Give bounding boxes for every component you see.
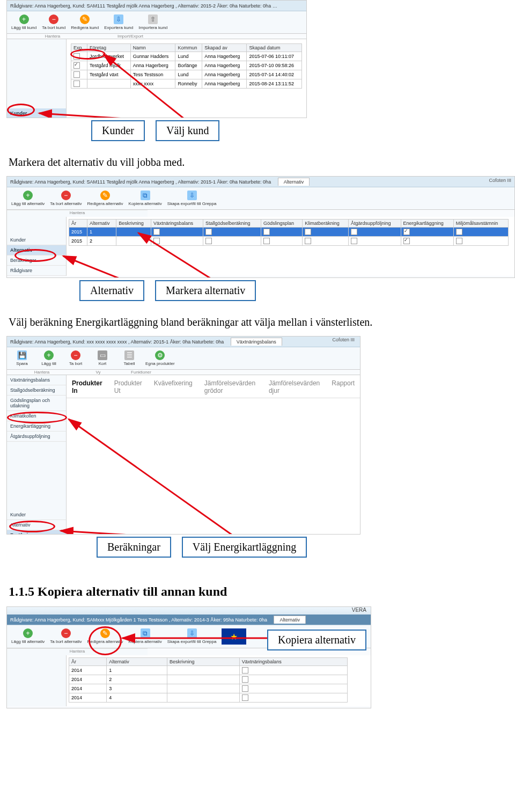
export-icon: ⇩ (187, 191, 197, 200)
plus-icon: + (23, 191, 33, 200)
table-row[interactable]: Testgård mjölkAnna HagerbergBorlängeAnna… (71, 61, 302, 70)
pencil-icon: ✎ (80, 14, 90, 24)
card-view-button[interactable]: ▭Kort (92, 350, 113, 366)
add-customer-button[interactable]: +Lägg till kund (11, 14, 36, 30)
col-beskrivning: Beskrivning (116, 220, 151, 228)
sidebar-item-kunder[interactable]: Kunder (7, 235, 66, 245)
sidebar-item-kunder[interactable]: Kunder (7, 510, 66, 520)
import-customer-button[interactable]: ⇧Importera kund (139, 14, 168, 30)
delete-alternative-button[interactable]: −Ta bort alternativ (50, 191, 82, 206)
delete-customer-button[interactable]: −Ta bort kund (42, 14, 65, 30)
alternatives-table[interactable]: År Alternativ Beskrivning Växtnäringsbal… (69, 657, 348, 703)
subtab-produkter-in[interactable]: Produkter In (72, 379, 102, 394)
ribbon: 💾Spara +Lägg till −Ta bort ▭Kort ☰Tabell… (7, 347, 360, 370)
tab-vaxtnaring[interactable]: Växtnäringsbalans (231, 338, 282, 346)
callout-alternativ: Alternativ (79, 280, 144, 301)
heading-kopiera: 1.1.5 Kopiera alternativ till annan kund (9, 584, 515, 599)
export-icon: ⇩ (187, 628, 197, 638)
plus-icon: + (23, 628, 33, 638)
card-icon: ▭ (98, 350, 107, 360)
ribbon: +Lägg till alternativ −Ta bort alternati… (7, 187, 514, 210)
table-row[interactable]: Testgård växtTess TestssonLundAnna Hager… (71, 70, 302, 79)
export-greppa-button[interactable]: ⇩Skapa exportfil till Greppa (167, 191, 217, 206)
ribbon-group-vy: Vy (77, 370, 120, 375)
ribbon: +Lägg till kund −Ta bort kund ✎Redigera … (7, 11, 306, 34)
col-ar: År (69, 220, 87, 228)
breadcrumb-text: Rådgivare: Anna Hagerberg, Kund: SAM111 … (10, 179, 271, 185)
add-button[interactable]: +Lägg till (38, 350, 60, 366)
tab-kunder[interactable]: Kunder (278, 2, 305, 10)
copy-alternative-button[interactable]: ⧉Kopiera alternativ (129, 191, 162, 206)
table-row[interactable]: 20144 (69, 693, 348, 703)
col-kommun: Kommun (175, 44, 202, 52)
tab-alternativ[interactable]: Alternativ (274, 616, 306, 624)
own-products-button[interactable]: ⚙Egna produkter (145, 350, 175, 366)
screenshot-kunder: Rådgivare: Anna Hagerberg, Kund: SAM111 … (6, 0, 307, 118)
callout-berakningar: Beräkningar (97, 537, 171, 558)
subtab-jamf-grodor[interactable]: Jämförelsevärden grödor (204, 379, 257, 394)
export-customer-button[interactable]: ⇩Exportera kund (104, 14, 133, 30)
edit-alternative-button[interactable]: ✎Redigera alternativ (87, 191, 123, 206)
ribbon-group-hantera: Hantera (7, 34, 98, 39)
ribbon-group-hantera: Hantera (7, 648, 148, 655)
breadcrumb-text: Rådgivare: Anna Hagerberg, Kund: SAMxxx … (10, 617, 267, 623)
table-row[interactable]: 20152 (69, 237, 509, 246)
delete-button[interactable]: −Ta bort (65, 350, 86, 366)
highlight-circle-berakningar (9, 521, 55, 532)
breadcrumb: Rådgivare: Anna Hagerberg, Kund: SAM111 … (7, 177, 514, 187)
minus-icon: − (61, 191, 71, 200)
sidebar-item-vaxt[interactable]: Växtnäringsbalans (7, 375, 66, 385)
plus-icon: + (44, 350, 54, 360)
col-ar: År (69, 658, 107, 666)
disk-icon: 💾 (17, 350, 27, 360)
col-beskrivning: Beskrivning (167, 658, 240, 666)
gear-icon: ⚙ (155, 350, 165, 360)
table-row[interactable]: JordbruksverketGunnar HaddersLundAnna Ha… (71, 52, 302, 61)
subtab-jamf-djur[interactable]: Jämförelsevärden djur (269, 379, 320, 394)
customers-table[interactable]: Exp. Företag Namn Kommun Skapad av Skapa… (71, 43, 302, 89)
minus-icon: − (71, 350, 80, 360)
col-skapad-datum: Skapad datum (247, 44, 302, 52)
subtab-rapport[interactable]: Rapport (332, 379, 355, 394)
export-greppa-button[interactable]: ⇩Skapa exportfil till Greppa (167, 628, 217, 645)
sidebar-item-radgivare[interactable]: Rådgivare (7, 266, 66, 276)
copy-alternative-button[interactable]: ⧉Kopiera alternativ (129, 628, 162, 645)
ribbon-group-hantera: Hantera (7, 370, 77, 375)
highlight-circle-kunder (7, 104, 35, 116)
tab-alternativ[interactable]: Alternativ (278, 178, 310, 186)
table-view-button[interactable]: ☰Tabell (119, 350, 140, 366)
add-alternative-button[interactable]: +Lägg till alternativ (11, 628, 45, 645)
col-vaxt: Växtnäringsbalans (151, 220, 203, 228)
breadcrumb: Rådgivare: Anna Hagerberg, Kund: SAM111 … (7, 1, 306, 11)
col-godsel: Gödslingsplan (261, 220, 303, 228)
highlight-circle-energi (7, 412, 67, 423)
delete-alternative-button[interactable]: −Ta bort alternativ (50, 628, 82, 645)
sidebar-item-godsel[interactable]: Gödslingsplan och utlakning (7, 396, 66, 411)
table-row[interactable]: 20151 (69, 228, 509, 237)
subtab-kvavefixering[interactable]: Kvävefixering (154, 379, 193, 394)
screenshot-berakningar: Rådgivare: Anna Hagerberg, Kund: xxx xxx… (6, 336, 360, 535)
highlight-circle-kopiera (89, 626, 122, 655)
subtab-produkter-ut[interactable]: Produkter Ut (114, 379, 142, 394)
sub-tabs: Produkter In Produkter Ut Kvävefixering … (67, 375, 360, 398)
alternatives-table[interactable]: År Alternativ Beskrivning Växtnäringsbal… (69, 219, 509, 246)
col-alternativ: Alternativ (87, 220, 116, 228)
sidebar-item-stall[interactable]: Stallgödselberäkning (7, 385, 66, 396)
paragraph: Markera det alternativ du vill jobba med… (9, 156, 515, 169)
table-row[interactable]: 20143 (69, 684, 348, 693)
save-button[interactable]: 💾Spara (11, 350, 33, 366)
breadcrumb: Rådgivare: Anna Hagerberg, Kund: SAMxxx … (7, 615, 371, 625)
sidebar-item-atgard[interactable]: Åtgärdsuppföljning (7, 431, 66, 442)
ribbon-group-importexport: Import/Export (98, 34, 163, 39)
add-alternative-button[interactable]: +Lägg till alternativ (11, 191, 45, 206)
table-row[interactable]: xxxx xxxxRonnebyAnna Hagerberg2015-08-24… (71, 79, 302, 89)
table-row[interactable]: 20142 (69, 675, 348, 684)
table-row[interactable]: 20141 (69, 666, 348, 675)
import-icon: ⇧ (148, 14, 158, 24)
callout-markera-alternativ: Markera alternativ (155, 280, 256, 301)
col-miljo: Miljömålsavstämnin (453, 220, 508, 228)
col-alternativ: Alternativ (107, 658, 167, 666)
edit-customer-button[interactable]: ✎Redigera kund (71, 14, 99, 30)
col-namn: Namn (130, 44, 175, 52)
col-vaxt: Växtnäringsbalans (239, 658, 347, 666)
